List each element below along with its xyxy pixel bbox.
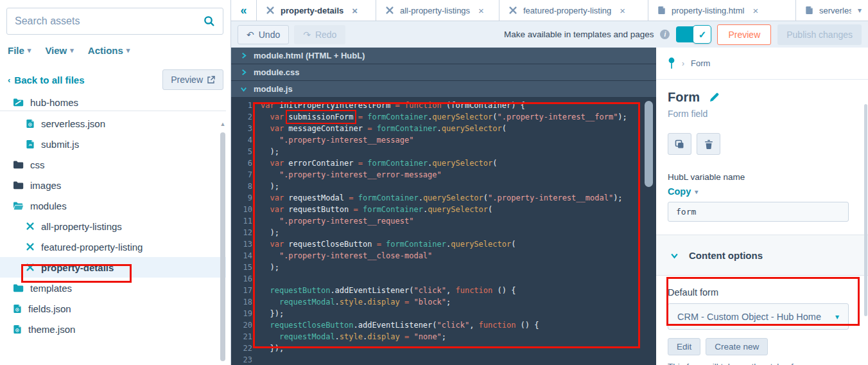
chevron-right-icon <box>240 52 247 59</box>
tree-item-fields-json[interactable]: fields.json <box>0 298 226 319</box>
create-new-form-button[interactable]: Create new <box>706 338 768 355</box>
caret-down-icon: ▾ <box>28 46 31 55</box>
edit-form-button[interactable]: Edit <box>668 338 700 355</box>
section-module-html[interactable]: module.html (HTML + HubL) <box>231 48 656 64</box>
tree-item-label: templates <box>30 283 72 294</box>
tree-item-property-details[interactable]: property-details <box>0 257 226 278</box>
editor-scrollbar[interactable] <box>645 101 653 187</box>
clone-field-button[interactable] <box>668 133 691 155</box>
tab-serverless-js[interactable]: serverless.js <box>796 0 851 21</box>
code-line-15[interactable]: 15 ); <box>231 262 656 273</box>
code-line-12[interactable]: 12 ); <box>231 227 656 238</box>
hubl-variable-input[interactable] <box>668 202 849 222</box>
tree-item-templates[interactable]: templates <box>0 278 226 298</box>
search-box[interactable] <box>6 8 223 35</box>
code-line-17[interactable]: 17 requestButton.addEventListener("click… <box>231 285 656 296</box>
caret-down-icon: ▾ <box>695 188 698 195</box>
code-line-9[interactable]: 9 var requestModal = formContainer.query… <box>231 192 656 204</box>
code-text: ); <box>261 262 279 273</box>
tab-overflow-caret-icon[interactable]: ▾ <box>851 0 868 21</box>
code-line-7[interactable]: 7 ".property-interest__error-message" <box>231 169 656 181</box>
line-number: 14 <box>231 250 261 262</box>
code-line-4[interactable]: 4 ".property-interest__message" <box>231 134 656 146</box>
content-options-header[interactable]: Content options <box>656 235 868 276</box>
copy-variable-link[interactable]: Copy ▾ <box>668 186 856 197</box>
code-line-21[interactable]: 21 requestModal.style.display = "none"; <box>231 331 656 343</box>
availability-toggle[interactable]: ✓ <box>676 26 711 42</box>
sidebar-scrollbar[interactable] <box>220 132 225 361</box>
sidebar-menubar: File▾View▾Actions▾ <box>8 45 130 56</box>
code-line-23[interactable]: 23 <box>231 354 656 365</box>
close-tab-icon[interactable]: × <box>620 5 625 16</box>
code-text: requestModal.style.display = "none"; <box>261 331 446 343</box>
module-js-code[interactable]: 1var initPropertyInterestForm = function… <box>231 98 656 365</box>
breadcrumb-label[interactable]: Form <box>691 58 710 68</box>
menu-file[interactable]: File▾ <box>8 45 31 56</box>
code-line-22[interactable]: 22 }); <box>231 343 656 354</box>
root-folder-row[interactable]: hub-homes <box>13 94 78 111</box>
tree-item-submit-js[interactable]: JSsubmit.js <box>0 134 226 154</box>
section-module-css[interactable]: module.css <box>231 64 656 81</box>
code-line-11[interactable]: 11 ".property-interest__request" <box>231 215 656 227</box>
tree-item-all-property-listings[interactable]: all-property-listings <box>0 216 226 236</box>
module-icon <box>385 6 394 15</box>
line-number: 6 <box>231 157 261 169</box>
code-line-8[interactable]: 8 ); <box>231 181 656 192</box>
close-tab-icon[interactable]: × <box>752 5 758 16</box>
tab-property-listing-html[interactable]: property-listing.html× <box>648 0 796 21</box>
collapse-sidebar-button[interactable]: « <box>231 0 257 21</box>
chevron-right-icon: › <box>682 59 684 68</box>
inspector-scrollbar[interactable] <box>864 104 867 316</box>
close-tab-icon[interactable]: × <box>352 5 358 16</box>
pin-icon[interactable] <box>668 57 675 69</box>
tree-item-css[interactable]: css <box>0 154 226 175</box>
code-line-14[interactable]: 14 ".property-interest__close-modal" <box>231 250 656 262</box>
tree-item-featured-property-listing[interactable]: featured-property-listing <box>0 236 226 257</box>
tab-property-details[interactable]: property-details× <box>257 0 376 21</box>
code-line-2[interactable]: 2 var submissionForm = formContainer.que… <box>231 111 656 123</box>
edit-pencil-icon[interactable] <box>709 92 720 103</box>
code-line-5[interactable]: 5 ); <box>231 146 656 157</box>
tree-item-modules[interactable]: modules <box>0 195 226 216</box>
tree-item-label: featured-property-listing <box>41 242 143 253</box>
tree-item-serverless-json[interactable]: serverless.json <box>0 113 226 134</box>
line-number: 20 <box>231 319 261 331</box>
tab-featured-property-listing[interactable]: featured-property-listing× <box>499 0 648 21</box>
code-line-6[interactable]: 6 var errorContainer = formContainer.que… <box>231 157 656 169</box>
code-line-20[interactable]: 20 requestCloseButton.addEventListener("… <box>231 319 656 331</box>
module-icon <box>508 6 517 15</box>
tree-item-label: serverless.json <box>41 118 105 129</box>
tab-all-property-listings[interactable]: all-property-listings× <box>376 0 499 21</box>
delete-field-button[interactable] <box>697 133 720 155</box>
sidebar-scroll-up-arrow[interactable]: ▲ <box>220 121 226 127</box>
code-line-18[interactable]: 18 requestModal.style.display = "block"; <box>231 296 656 308</box>
menu-view[interactable]: View▾ <box>45 45 73 56</box>
code-line-1[interactable]: 1var initPropertyInterestForm = function… <box>231 100 656 111</box>
code-line-10[interactable]: 10 var requestButton = formContainer.que… <box>231 204 656 215</box>
publish-changes-button[interactable]: Publish changes <box>777 24 862 45</box>
tree-item-theme-json[interactable]: theme.json <box>0 319 226 339</box>
form-style-helper-text: This form will take on the style of your… <box>668 362 856 365</box>
search-icon[interactable] <box>204 15 215 27</box>
info-icon[interactable]: i <box>660 30 670 39</box>
code-line-13[interactable]: 13 var requestCloseButton = formContaine… <box>231 238 656 250</box>
code-line-3[interactable]: 3 var messageContainer = formContainer.q… <box>231 123 656 134</box>
code-line-16[interactable]: 16 <box>231 273 656 285</box>
tree-item-images[interactable]: images <box>0 175 226 195</box>
close-tab-icon[interactable]: × <box>478 5 484 16</box>
code-line-19[interactable]: 19 }); <box>231 308 656 319</box>
code-text: requestButton.addEventListener("click", … <box>261 285 516 296</box>
search-input[interactable] <box>15 15 204 27</box>
preview-button[interactable]: Preview <box>717 24 771 45</box>
default-form-select[interactable]: CRM - Custom Object - Hub Home ▾ <box>668 303 849 330</box>
undo-button[interactable]: ↶ Undo <box>238 25 289 44</box>
code-text: ".property-interest__message" <box>261 134 413 146</box>
section-module-js[interactable]: module.js <box>231 81 656 98</box>
section-label: module.css <box>254 67 300 77</box>
json-file-icon <box>13 325 22 334</box>
redo-button[interactable]: ↷ Redo <box>294 25 345 44</box>
back-to-all-files-link[interactable]: ‹ Back to all files <box>8 75 85 85</box>
menu-actions[interactable]: Actions▾ <box>88 45 130 56</box>
line-number: 8 <box>231 181 261 192</box>
sidebar-preview-button[interactable]: Preview <box>162 69 223 90</box>
